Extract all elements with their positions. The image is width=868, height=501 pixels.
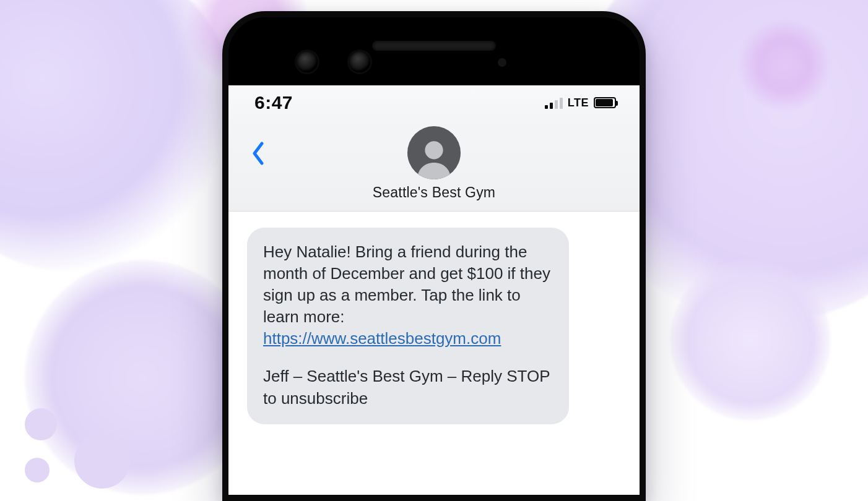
- phone-screen: 6:47 LTE: [228, 85, 640, 495]
- conversation-header: Seattle's Best Gym: [228, 120, 640, 212]
- person-silhouette-icon: [412, 135, 456, 179]
- phone-volume-button: [644, 364, 646, 450]
- message-link[interactable]: https://www.seattlesbestgym.com: [263, 329, 501, 348]
- phone-bezel: [228, 17, 640, 85]
- phone-camera-icon: [349, 51, 370, 72]
- phone-camera-icon: [297, 51, 318, 72]
- svg-point-0: [425, 141, 443, 159]
- phone-device-frame: 6:47 LTE: [222, 11, 646, 501]
- battery-icon: [594, 97, 616, 108]
- signal-strength-icon: [545, 96, 563, 109]
- phone-sensor-icon: [498, 58, 506, 67]
- messages-thread[interactable]: Hey Natalie! Bring a friend during the m…: [228, 212, 640, 501]
- message-body-text: Hey Natalie! Bring a friend during the m…: [263, 242, 550, 326]
- back-button[interactable]: [245, 140, 272, 167]
- contact-name[interactable]: Seattle's Best Gym: [241, 184, 627, 201]
- phone-speaker: [372, 41, 496, 51]
- contact-avatar[interactable]: [407, 126, 461, 179]
- chevron-left-icon: [251, 141, 266, 166]
- status-bar: 6:47 LTE: [228, 85, 640, 120]
- status-indicators: LTE: [545, 96, 616, 109]
- incoming-message-bubble[interactable]: Hey Natalie! Bring a friend during the m…: [247, 228, 569, 424]
- phone-power-button: [644, 265, 646, 333]
- message-signature-text: Jeff – Seattle's Best Gym – Reply STOP t…: [263, 366, 553, 409]
- network-type-label: LTE: [568, 96, 589, 109]
- status-time: 6:47: [254, 92, 293, 113]
